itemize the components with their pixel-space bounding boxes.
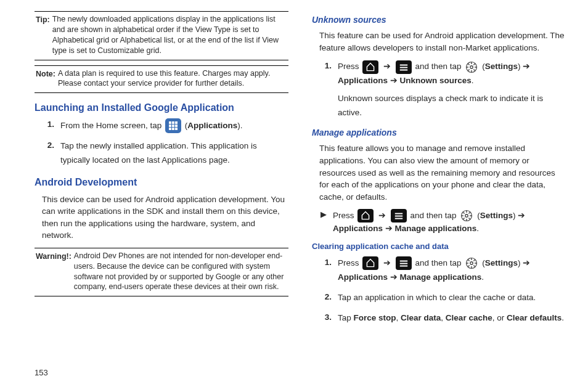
text: Press bbox=[338, 258, 361, 267]
divider bbox=[35, 92, 288, 93]
list-item: 3. Tap Force stop, Clear data, Clear cac… bbox=[321, 311, 566, 325]
tip-box: Tip: The newly downloaded applications d… bbox=[35, 12, 288, 60]
bold-text: Applications bbox=[333, 224, 383, 233]
text: , bbox=[441, 313, 446, 322]
step-number: 1. bbox=[43, 118, 54, 131]
heading-unknown-sources: Unknown sources bbox=[312, 14, 566, 26]
right-column: Unknown sources This feature can be used… bbox=[312, 11, 566, 331]
text: . bbox=[476, 224, 479, 233]
page-number: 153 bbox=[35, 368, 48, 377]
note-label: Note: bbox=[36, 68, 55, 89]
menu-icon bbox=[391, 209, 407, 223]
step-body: Tap Force stop, Clear data, Clear cache,… bbox=[338, 311, 566, 325]
divider bbox=[35, 296, 288, 296]
bold-text: Clear defaults bbox=[507, 313, 561, 322]
text: ) ➔ bbox=[513, 211, 525, 220]
step-body: Press ➔ and then tap (Settings) ➔ Applic… bbox=[333, 209, 566, 235]
arrow-icon: ➔ bbox=[382, 62, 392, 71]
bold-text: Clear cache bbox=[446, 313, 492, 322]
text: Unknown sources displays a check mark to… bbox=[338, 94, 543, 117]
triangle-bullet-icon: ▶ bbox=[321, 209, 327, 221]
text: Tap bbox=[338, 313, 354, 322]
warning-label: Warning!: bbox=[36, 251, 71, 293]
text: ) ➔ bbox=[518, 258, 530, 267]
warning-text: Android Dev Phones are not intended for … bbox=[74, 251, 287, 293]
bold-text: Manage applications bbox=[395, 224, 477, 233]
paragraph: This device can be used for Android appl… bbox=[42, 194, 288, 242]
manual-page: Tip: The newly downloaded applications d… bbox=[0, 0, 588, 337]
step-number: 2. bbox=[43, 139, 54, 152]
paragraph: This feature allows you to manage and re… bbox=[319, 142, 566, 203]
gear-icon bbox=[465, 256, 478, 270]
list-item: 2. Tap an application in which to clear … bbox=[321, 291, 566, 305]
text: From the Home screen, tap bbox=[60, 121, 164, 130]
list-item: 1. Press ➔ and then tap (Settings) ➔ App… bbox=[321, 60, 566, 120]
step-number: 3. bbox=[321, 311, 332, 324]
left-column: Tip: The newly downloaded applications d… bbox=[35, 11, 288, 331]
text: . bbox=[472, 76, 474, 85]
list-item: 2. Tap the newly installed application. … bbox=[43, 139, 288, 168]
text: and then tap bbox=[410, 211, 459, 220]
apps-grid-icon bbox=[165, 118, 181, 133]
home-icon bbox=[357, 209, 374, 223]
text: , or bbox=[492, 313, 507, 322]
bold-text: Clear data bbox=[401, 313, 441, 322]
step-body: Tap an application in which to clear the… bbox=[338, 291, 566, 305]
step-body: From the Home screen, tap (Applications)… bbox=[60, 118, 288, 133]
tip-text: The newly downloaded applications displa… bbox=[52, 14, 287, 56]
step-body: Press ➔ and then tap (Settings) ➔ Applic… bbox=[338, 60, 566, 120]
text: Press bbox=[338, 62, 361, 71]
bold-text: Settings bbox=[485, 62, 518, 71]
step-number: 1. bbox=[321, 256, 332, 269]
text: , bbox=[396, 313, 401, 322]
home-icon bbox=[362, 256, 378, 270]
arrow-icon: ➔ bbox=[388, 76, 400, 85]
text: Press bbox=[333, 211, 356, 220]
bold-text: Manage applications bbox=[400, 272, 482, 282]
menu-icon bbox=[396, 60, 412, 74]
bold-text: Force stop bbox=[354, 313, 396, 322]
heading-launching: Launching an Installed Google Applicatio… bbox=[35, 100, 288, 115]
text: ) ➔ bbox=[518, 62, 530, 71]
tip-label: Tip: bbox=[36, 14, 50, 56]
menu-icon bbox=[396, 256, 412, 270]
clearing-steps: 1. Press ➔ and then tap (Settings) ➔ App… bbox=[321, 256, 566, 325]
home-icon bbox=[362, 60, 378, 74]
heading-manage-apps: Manage applications bbox=[312, 126, 566, 139]
bold-text: Settings bbox=[480, 211, 513, 220]
launch-steps: 1. From the Home screen, tap (Applicatio… bbox=[43, 118, 288, 168]
heading-clearing-cache: Clearing application cache and data bbox=[312, 241, 566, 253]
arrow-icon: ➔ bbox=[383, 224, 395, 233]
arrow-icon: ➔ bbox=[382, 258, 392, 267]
step-body: Press ➔ and then tap (Settings) ➔ Applic… bbox=[338, 256, 566, 285]
heading-android-dev: Android Development bbox=[35, 175, 288, 189]
note-text: A data plan is required to use this feat… bbox=[58, 68, 287, 89]
arrow-icon: ➔ bbox=[388, 272, 400, 282]
gear-icon bbox=[465, 60, 478, 74]
bold-text: Settings bbox=[485, 258, 518, 267]
unknown-sources-steps: 1. Press ➔ and then tap (Settings) ➔ App… bbox=[321, 60, 566, 120]
step-body: Tap the newly installed application. Thi… bbox=[60, 139, 288, 168]
gear-icon bbox=[460, 209, 473, 223]
text: . bbox=[561, 313, 564, 322]
warning-box: Warning!: Android Dev Phones are not int… bbox=[35, 248, 288, 296]
step-number: 2. bbox=[321, 291, 332, 303]
list-item: 1. From the Home screen, tap (Applicatio… bbox=[43, 118, 288, 133]
text: and then tap bbox=[415, 258, 464, 267]
bold-text: Unknown sources bbox=[400, 76, 472, 85]
text: ). bbox=[237, 121, 242, 130]
step-number: 1. bbox=[321, 60, 332, 72]
bold-text: Applications bbox=[338, 76, 388, 85]
arrow-icon: ➔ bbox=[377, 211, 387, 220]
text: and then tap bbox=[415, 62, 464, 71]
paragraph: This feature can be used for Android app… bbox=[319, 30, 566, 54]
list-item: ▶ Press ➔ and then tap (Settings) ➔ Appl… bbox=[321, 209, 566, 235]
bold-text: Applications bbox=[187, 121, 237, 130]
bold-text: Applications bbox=[338, 272, 388, 282]
note-box: Note: A data plan is required to use thi… bbox=[35, 66, 288, 93]
list-item: 1. Press ➔ and then tap (Settings) ➔ App… bbox=[321, 256, 566, 285]
text: . bbox=[481, 272, 484, 282]
